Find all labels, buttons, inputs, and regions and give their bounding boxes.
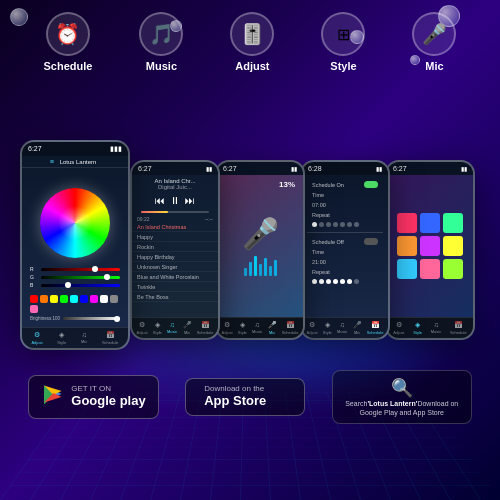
phone-schedule: 6:28 ▮▮ Schedule On Time 07:00 Repeat: [300, 160, 390, 340]
dot-t[interactable]: [326, 222, 331, 227]
divider: [307, 232, 383, 233]
nav3-adjust[interactable]: ⚙Adjust: [222, 321, 233, 335]
playlist-item-2[interactable]: Rockin: [132, 242, 218, 252]
blue-slider[interactable]: [41, 284, 120, 287]
green-slider[interactable]: [41, 276, 120, 279]
music-progress-bar[interactable]: [141, 211, 210, 213]
playlist-item-6[interactable]: Twinkle: [132, 282, 218, 292]
phones-area: 6:27 ▮▮▮ ≡ Lotus Lantern R G: [0, 80, 500, 360]
nav-schedule[interactable]: 📅 Schedule: [102, 331, 119, 345]
dot2-w[interactable]: [333, 279, 338, 284]
color-sliders: R G B: [22, 263, 128, 293]
preset-pink[interactable]: [30, 305, 38, 313]
dot-sa[interactable]: [354, 222, 359, 227]
dot-th[interactable]: [340, 222, 345, 227]
play-btn[interactable]: ⏸: [170, 195, 180, 206]
dot2-sa[interactable]: [354, 279, 359, 284]
playlist-item-7[interactable]: Be The Boss: [132, 292, 218, 302]
schedule-time-off-value: 21:00: [307, 257, 383, 267]
preset-white[interactable]: [100, 295, 108, 303]
nav2-mic[interactable]: 🎤Mic: [183, 321, 192, 335]
google-play-button[interactable]: GET IT ON Google play: [28, 375, 158, 419]
nav3-mic[interactable]: 🎤Mic: [268, 321, 277, 335]
nav2-style[interactable]: ◈Style: [153, 321, 162, 335]
brightness-slider[interactable]: [63, 317, 120, 320]
schedule-on-toggle[interactable]: [364, 181, 378, 188]
top-icons-row: ⏰ Schedule 🎵 Music 🎚️ Adjust ⊞ Style 🎤 M…: [0, 0, 500, 80]
red-slider[interactable]: [41, 268, 120, 271]
style-cell-9[interactable]: [443, 259, 463, 279]
preset-blue[interactable]: [80, 295, 88, 303]
schedule-off-toggle[interactable]: [364, 238, 378, 245]
style-cell-5[interactable]: [420, 236, 440, 256]
dot-s[interactable]: [312, 222, 317, 227]
playlist-item-1[interactable]: Happy: [132, 232, 218, 242]
style-cell-6[interactable]: [443, 236, 463, 256]
phone4-time: 6:28: [308, 165, 322, 172]
nav2-music[interactable]: ♫Music: [167, 321, 177, 335]
prev-btn[interactable]: ⏮: [155, 195, 165, 206]
mic-label: Mic: [425, 60, 443, 72]
style-label: Style: [330, 60, 356, 72]
style-cell-1[interactable]: [397, 213, 417, 233]
playlist-item-5[interactable]: Blue and White Porcelain: [132, 272, 218, 282]
repeat-dots-off: [307, 277, 383, 286]
nav-adjust[interactable]: ⚙ Adjust: [31, 331, 42, 345]
nav2-adjust[interactable]: ⚙Adjust: [137, 321, 148, 335]
phone4-status: 6:28 ▮▮: [302, 162, 388, 175]
nav5-style[interactable]: ◈Style: [413, 321, 422, 335]
preset-orange[interactable]: [40, 295, 48, 303]
style-cell-2[interactable]: [420, 213, 440, 233]
preset-magenta[interactable]: [90, 295, 98, 303]
next-btn[interactable]: ⏭: [185, 195, 195, 206]
style-cell-4[interactable]: [397, 236, 417, 256]
style-cell-3[interactable]: [443, 213, 463, 233]
nav5-schedule[interactable]: 📅Schedule: [450, 321, 467, 335]
preset-gray[interactable]: [110, 295, 118, 303]
dot-w[interactable]: [333, 222, 338, 227]
dot2-th[interactable]: [340, 279, 345, 284]
playlist-item-0[interactable]: An Island Christmas: [132, 222, 218, 232]
style-icon: ⊞: [321, 12, 365, 56]
nav2-schedule[interactable]: 📅Schedule: [197, 321, 214, 335]
dot2-f[interactable]: [347, 279, 352, 284]
nav3-schedule[interactable]: 📅Schedule: [282, 321, 299, 335]
schedule-repeat-off: Repeat: [307, 267, 383, 277]
preset-red[interactable]: [30, 295, 38, 303]
google-play-text: GET IT ON Google play: [71, 385, 145, 409]
style-cell-7[interactable]: [397, 259, 417, 279]
waveform: [244, 256, 277, 276]
nav4-schedule[interactable]: 📅Schedule: [367, 321, 384, 335]
app-store-text: Download on the App Store: [204, 385, 266, 409]
dot2-t[interactable]: [326, 279, 331, 284]
nav5-music[interactable]: ♫Music: [431, 321, 441, 335]
nav3-style[interactable]: ◈Style: [238, 321, 247, 335]
phone-main: 6:27 ▮▮▮ ≡ Lotus Lantern R G: [20, 140, 130, 350]
nav-music[interactable]: ♫ Mic: [81, 331, 87, 345]
app-store-button[interactable]: Download on the App Store: [185, 378, 305, 416]
phone-main-nav: ⚙ Adjust ◈ Style ♫ Mic 📅 Schedule: [22, 327, 128, 348]
nav4-mic[interactable]: 🎤Mic: [353, 321, 362, 335]
preset-green[interactable]: [60, 295, 68, 303]
preset-yellow[interactable]: [50, 295, 58, 303]
playlist-item-3[interactable]: Happy Birthday: [132, 252, 218, 262]
nav4-style[interactable]: ◈Style: [323, 321, 332, 335]
dot2-s[interactable]: [312, 279, 317, 284]
icon-adjust: 🎚️ Adjust: [230, 12, 274, 72]
nav-style[interactable]: ◈ Style: [57, 331, 66, 345]
nav4-music[interactable]: ♫Music: [337, 321, 347, 335]
preset-cyan[interactable]: [70, 295, 78, 303]
nav3-music[interactable]: ♫Music: [252, 321, 262, 335]
playlist-item-4[interactable]: Unknown Singer: [132, 262, 218, 272]
nav5-adjust[interactable]: ⚙Adjust: [393, 321, 404, 335]
mic-main-area: 🎤 13%: [217, 175, 303, 317]
dot2-m[interactable]: [319, 279, 324, 284]
dot-m[interactable]: [319, 222, 324, 227]
music-controls: ⏮ ⏸ ⏭: [132, 193, 218, 208]
phone-music-list: 6:27 ▮▮ An Island Chr... Digital Juic...…: [130, 160, 220, 340]
icon-music: 🎵 Music: [139, 12, 183, 72]
style-cell-8[interactable]: [420, 259, 440, 279]
dot-f[interactable]: [347, 222, 352, 227]
nav4-adjust[interactable]: ⚙Adjust: [307, 321, 318, 335]
repeat-dots-on: [307, 220, 383, 229]
